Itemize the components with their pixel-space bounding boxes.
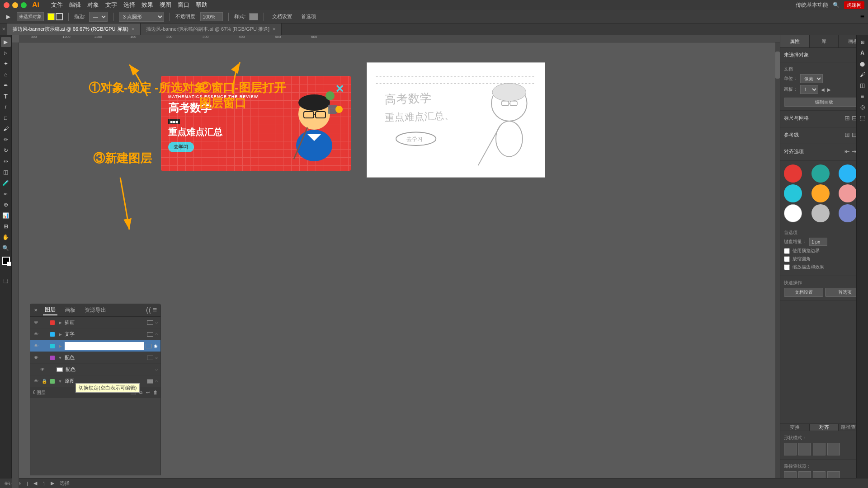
layer-expand-illustration[interactable]: ▶ bbox=[57, 320, 63, 325]
rp-edit-artboard-btn[interactable]: 编辑画板 bbox=[784, 98, 864, 107]
layer-lock-active[interactable] bbox=[41, 343, 47, 349]
layer-target-palette[interactable]: ○ bbox=[155, 355, 158, 360]
layer-expand-palette[interactable]: ▼ bbox=[57, 355, 63, 361]
layer-lock-illustration[interactable] bbox=[41, 319, 47, 326]
layer-lock-text[interactable] bbox=[41, 331, 47, 338]
rp-keyboard-input[interactable] bbox=[809, 238, 827, 246]
paintbrush-tool[interactable]: 🖌 bbox=[1, 124, 11, 134]
layer-lock-palette[interactable] bbox=[41, 355, 47, 361]
properties-icon[interactable]: ⊞ bbox=[858, 37, 868, 47]
transparency-icon[interactable]: ⬚ bbox=[858, 113, 868, 123]
rp-bottom-tab-align[interactable]: 对齐 bbox=[810, 424, 839, 431]
sketch-document[interactable]: 高考数学 重点难点汇总、 去学习 bbox=[367, 62, 545, 178]
artboard-tool[interactable]: ⊞ bbox=[1, 221, 11, 231]
panel-tab-layers[interactable]: 图层 bbox=[43, 305, 57, 315]
style-preview[interactable] bbox=[249, 13, 258, 20]
maximize-button[interactable] bbox=[21, 2, 27, 8]
direct-selection-tool[interactable]: ▷ bbox=[1, 48, 11, 58]
tab-2-close[interactable]: ✕ bbox=[272, 27, 276, 32]
layer-move-up-btn[interactable]: ↩ bbox=[146, 390, 150, 395]
column-graph-tool[interactable]: 📊 bbox=[1, 211, 11, 221]
menu-object[interactable]: 对象 bbox=[87, 1, 99, 9]
rp-preview-checkbox[interactable] bbox=[784, 248, 790, 254]
layer-visibility-text[interactable]: 👁 bbox=[33, 331, 39, 338]
layer-name-input[interactable] bbox=[65, 342, 144, 350]
layer-expand-original[interactable]: ▼ bbox=[57, 379, 63, 384]
symbol-tool[interactable]: ⊕ bbox=[1, 200, 11, 210]
layer-expand-text[interactable]: ▶ bbox=[57, 332, 63, 337]
hand-tool[interactable]: ✋ bbox=[1, 232, 11, 242]
rp-unit-select[interactable]: 像素 bbox=[800, 74, 823, 83]
tab-1-close[interactable]: ✕ bbox=[131, 27, 135, 32]
search-icon[interactable]: 🔍 bbox=[833, 2, 840, 8]
swatch-indigo[interactable] bbox=[839, 204, 857, 222]
rotate-tool[interactable]: ↻ bbox=[1, 145, 11, 155]
menu-window[interactable]: 窗口 bbox=[178, 1, 189, 9]
pencil-tool[interactable]: ✏ bbox=[1, 135, 11, 145]
blend-tool[interactable]: ∞ bbox=[1, 189, 11, 199]
panel-close[interactable]: ✕ bbox=[34, 308, 38, 313]
selection-tool[interactable]: ▶ bbox=[1, 37, 11, 47]
stroke-color[interactable] bbox=[56, 13, 63, 20]
magic-wand-tool[interactable]: ✦ bbox=[1, 59, 11, 69]
appearance-icon[interactable]: ⬤ bbox=[858, 59, 868, 69]
swatch-teal[interactable] bbox=[811, 164, 830, 183]
type-tool[interactable]: T bbox=[1, 91, 11, 101]
layer-lock-original[interactable]: 🔒 bbox=[41, 378, 47, 385]
layer-visibility-palette-sub[interactable]: 👁 bbox=[39, 366, 46, 373]
swatch-orange[interactable] bbox=[811, 184, 830, 202]
preferences-button[interactable]: 首选项 bbox=[298, 12, 319, 21]
eyedropper-tool[interactable]: 🧪 bbox=[1, 178, 11, 188]
gradient-tool[interactable]: ◫ bbox=[1, 167, 11, 177]
fill-tool[interactable] bbox=[2, 257, 10, 265]
panel-menu[interactable]: ≡ bbox=[153, 306, 157, 314]
layer-lock-palette-sub[interactable] bbox=[47, 366, 54, 373]
rp-scale-checkbox[interactable] bbox=[784, 264, 790, 270]
brush-panel-icon[interactable]: 🖌 bbox=[858, 70, 868, 80]
menu-effects[interactable]: 效果 bbox=[142, 1, 153, 9]
stroke-style-select[interactable]: — bbox=[89, 12, 108, 22]
close-button[interactable] bbox=[4, 2, 9, 8]
toolbar-select-tool[interactable]: ▶ bbox=[4, 13, 13, 21]
brush-select[interactable]: 3 点圆形 bbox=[119, 12, 164, 22]
rp-tab-properties[interactable]: 属性 bbox=[780, 35, 810, 47]
layer-visibility-palette[interactable]: 👁 bbox=[33, 355, 39, 361]
layer-visibility-illustration[interactable]: 👁 bbox=[33, 319, 39, 326]
pen-tool[interactable]: ✒ bbox=[1, 80, 11, 90]
layer-row-palette[interactable]: 👁 ▼ 配色 ○ bbox=[30, 352, 160, 364]
artboard-nav-next[interactable]: ▶ bbox=[51, 480, 54, 486]
menu-help[interactable]: 帮助 bbox=[196, 1, 208, 9]
menu-file[interactable]: 文件 bbox=[51, 1, 63, 9]
canvas-area[interactable]: 300 1200 1100 100 200 300 400 500 600 ①对… bbox=[12, 35, 780, 488]
rp-bottom-tab-transform[interactable]: 变换 bbox=[780, 424, 810, 431]
change-screen-mode[interactable]: ⬚ bbox=[1, 276, 11, 286]
align-left-icon[interactable]: ⇤ bbox=[844, 148, 850, 155]
rp-doc-settings-btn[interactable]: 文档设置 bbox=[784, 288, 823, 297]
layer-expand-active[interactable]: ▶ bbox=[57, 343, 63, 349]
doc-settings-button[interactable]: 文档设置 bbox=[269, 12, 295, 21]
layer-target-illustration[interactable]: ○ bbox=[155, 320, 158, 325]
guide-icon-1[interactable]: ⊞ bbox=[844, 131, 850, 138]
menu-edit[interactable]: 编辑 bbox=[69, 1, 81, 9]
rp-canvas-select[interactable]: 1 bbox=[800, 85, 818, 94]
layer-row-palette-sub[interactable]: 👁 配色 ○ bbox=[30, 364, 160, 375]
rect-tool[interactable]: □ bbox=[1, 113, 11, 123]
rulers-icon[interactable]: ⊞ bbox=[844, 114, 850, 122]
layer-visibility-original[interactable]: 👁 bbox=[33, 378, 39, 385]
color-guide-icon[interactable]: ◫ bbox=[858, 80, 868, 90]
artboard-nav-prev[interactable]: ◀ bbox=[33, 480, 37, 486]
layer-row-illustration[interactable]: 👁 ▶ 插画 ○ bbox=[30, 317, 160, 328]
menu-view[interactable]: 视图 bbox=[160, 1, 171, 9]
opacity-input[interactable] bbox=[200, 12, 223, 21]
scroll-v-thumb[interactable] bbox=[775, 52, 780, 79]
rp-tab-library[interactable]: 库 bbox=[810, 35, 839, 47]
layer-target-text[interactable]: ○ bbox=[155, 332, 158, 337]
scroll-v[interactable] bbox=[775, 42, 780, 488]
panel-collapse[interactable]: ⟨⟨ bbox=[146, 306, 151, 314]
menu-text[interactable]: 文字 bbox=[105, 1, 117, 9]
fill-color[interactable] bbox=[47, 13, 55, 20]
layer-row-text[interactable]: 👁 ▶ 文字 ○ bbox=[30, 328, 160, 340]
tab-1[interactable]: 插边风-banner演示稿.ai @ 66.67% (RGB/GPU 屏幕) ✕ bbox=[7, 23, 141, 35]
layer-visibility-active[interactable]: 👁 bbox=[33, 343, 39, 349]
layer-target-active[interactable]: ◉ bbox=[154, 343, 158, 348]
